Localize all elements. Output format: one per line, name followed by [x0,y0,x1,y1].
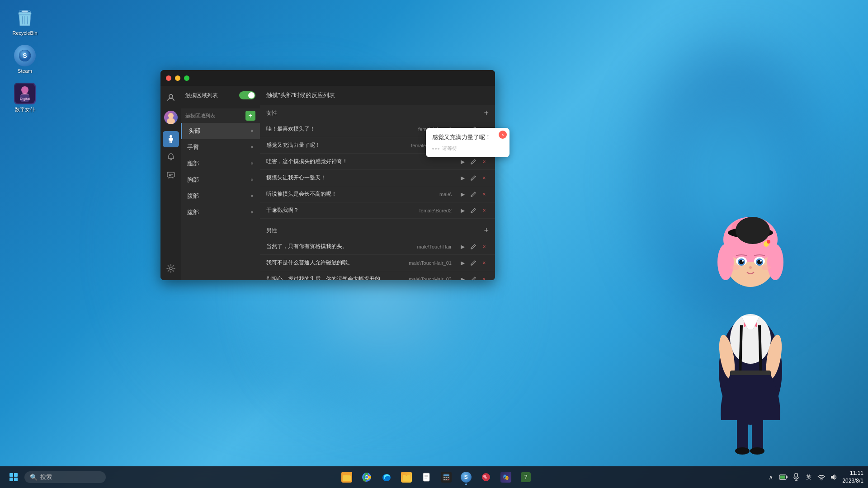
reaction-id: female\Bored2 [419,208,452,213]
taskbar-right: ∧ 英 11:11 2023/8/1 [762,469,868,485]
loading-text: 请等待 [442,145,457,152]
nav-item-close-abdomen[interactable]: × [250,193,254,199]
sidebar-icon-settings[interactable] [163,260,179,277]
svg-point-40 [760,260,762,262]
reaction-id: male\TouchHair [417,244,452,249]
taskbar-app-notepad[interactable] [417,468,435,486]
systray-overflow[interactable]: ∧ [766,473,775,482]
window-body: 触摸区域列表 触摸区域列表 + 头部 × 手臂 × [160,86,495,280]
systray-network[interactable] [817,473,826,482]
desktop-icon-recyclebin[interactable]: RecycleBin [7,7,43,36]
delete-button[interactable]: × [480,190,489,199]
svg-point-51 [167,118,175,124]
reaction-actions: ▶ × [458,174,489,183]
tooltip-close-button[interactable]: × [499,131,507,139]
svg-point-9 [21,86,28,94]
delete-button[interactable]: × [480,275,489,281]
maximize-button[interactable] [184,75,189,81]
edit-button[interactable] [469,206,478,215]
play-button[interactable]: ▶ [458,190,467,199]
reaction-text: 摸摸头让我开心一整天！ [266,174,448,182]
taskbar-center-apps: S ♦ 🎭 ? [110,468,762,486]
svg-rect-80 [448,477,449,478]
systray-battery[interactable] [779,473,788,482]
taskbar-app-game[interactable]: ♦ [477,468,495,486]
svg-rect-90 [786,476,788,478]
taskbar-app-digital[interactable]: 🎭 [497,468,515,486]
svg-rect-91 [780,476,785,479]
start-button[interactable] [5,468,23,486]
svg-text:S: S [23,52,27,59]
taskbar-app-files[interactable] [397,468,415,486]
delete-button[interactable]: × [480,174,489,183]
taskbar-app-other[interactable]: ? [517,468,535,486]
svg-text:?: ? [524,474,527,480]
nav-item-close-abdomen2[interactable]: × [250,209,254,216]
svg-point-95 [821,480,822,481]
play-button[interactable]: ▶ [458,242,467,251]
edit-button[interactable] [469,258,478,267]
delete-button[interactable]: × [480,157,489,166]
taskbar-app-edge[interactable] [377,468,396,486]
clock-time: 11:11 [842,469,863,477]
edit-button[interactable] [469,157,478,166]
play-button[interactable]: ▶ [458,275,467,281]
nav-item-abdomen2[interactable]: 腹部 × [181,204,260,221]
sidebar-icon-body[interactable] [163,131,179,147]
edit-button[interactable] [469,174,478,183]
play-button[interactable]: ▶ [458,258,467,267]
desktop-icon-dp[interactable]: Digital 数字女仆 [7,83,43,113]
reaction-text: 干嘛戳我啊？ [266,206,415,214]
minimize-button[interactable] [175,75,180,81]
sidebar-icon-notifications[interactable] [163,149,179,165]
nav-item-close-arm[interactable]: × [250,144,254,150]
sidebar-icon-profile[interactable] [163,89,179,106]
svg-point-49 [169,94,173,98]
sidebar-icons [160,86,181,280]
sidebar-icon-chat[interactable] [163,167,179,183]
delete-button[interactable]: × [480,242,489,251]
svg-rect-1 [22,10,28,13]
svg-rect-82 [445,479,447,480]
add-area-button[interactable]: + [245,111,255,121]
nav-item-close-leg[interactable]: × [250,160,254,167]
edit-button[interactable] [469,275,478,281]
male-add-button[interactable]: + [484,226,489,235]
desktop-icon-steam[interactable]: S Steam [7,45,43,74]
nav-item-arm[interactable]: 手臂 × [181,139,260,155]
svg-point-43 [762,265,771,270]
edit-button[interactable] [469,242,478,251]
reaction-actions: ▶ × [458,275,489,281]
svg-line-2 [22,16,23,24]
systray-language[interactable]: 英 [804,473,813,482]
taskbar-app-explorer[interactable] [338,468,356,486]
taskbar-app-chrome[interactable] [358,468,376,486]
taskbar-app-steam[interactable]: S [457,468,475,486]
nav-item-chest[interactable]: 胸部 × [181,172,260,188]
nav-item-close-chest[interactable]: × [250,177,254,183]
female-add-button[interactable]: + [484,109,489,117]
close-button[interactable] [166,75,171,81]
systray-microphone[interactable] [792,473,801,482]
taskbar-search[interactable]: 🔍 搜索 [24,471,106,483]
reaction-row-female-3: 摸摸头让我开心一整天！ ▶ × [260,170,495,186]
edit-button[interactable] [469,190,478,199]
delete-button[interactable]: × [480,258,489,267]
sidebar-icon-avatar[interactable] [163,109,179,126]
taskbar-app-calculator[interactable] [437,468,455,486]
reaction-text: 哇！最喜欢摸头了！ [266,125,415,133]
nav-item-head[interactable]: 头部 × [181,123,260,139]
play-button[interactable]: ▶ [458,206,467,215]
nav-item-abdomen[interactable]: 腹部 × [181,188,260,204]
nav-item-leg[interactable]: 腿部 × [181,155,260,172]
delete-button[interactable]: × [480,206,489,215]
app-toggle[interactable] [239,91,255,99]
reaction-id: male\TouchHair_01 [409,260,452,266]
taskbar-clock[interactable]: 11:11 2023/8/1 [842,469,863,485]
svg-point-28 [767,244,783,280]
systray-volume[interactable] [830,473,839,482]
nav-item-close-head[interactable]: × [250,128,254,134]
dp-icon: Digital [14,83,36,104]
play-button[interactable]: ▶ [458,174,467,183]
play-button[interactable]: ▶ [458,157,467,166]
